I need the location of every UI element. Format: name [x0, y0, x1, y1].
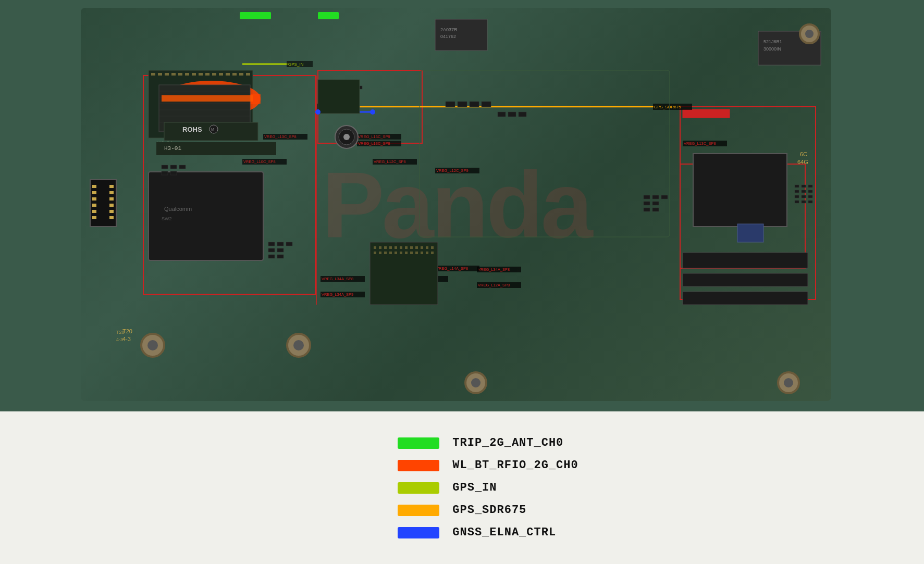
svg-text:2A037R: 2A037R: [440, 27, 458, 32]
svg-rect-49: [185, 73, 189, 76]
pcb-container: Panda: [0, 0, 924, 411]
svg-text:GPS_SDR675: GPS_SDR675: [654, 105, 681, 109]
svg-rect-153: [644, 208, 650, 211]
svg-rect-20: [242, 159, 287, 165]
svg-rect-56: [232, 73, 237, 76]
svg-rect-24: [435, 168, 479, 173]
svg-rect-186: [683, 273, 808, 286]
svg-text:4-3: 4-3: [122, 336, 131, 342]
svg-rect-34: [321, 292, 365, 297]
svg-rect-183: [802, 200, 806, 203]
svg-rect-16: [263, 134, 307, 140]
svg-rect-2: [680, 107, 816, 299]
svg-rect-13: [653, 104, 692, 110]
legend-label-gpssdr: GPS_SDR675: [452, 504, 526, 517]
svg-rect-94: [395, 252, 397, 254]
legend-item-gpssdr: GPS_SDR675: [398, 504, 578, 517]
svg-point-188: [315, 109, 321, 115]
svg-text:VREG_L13C_SP9: VREG_L13C_SP9: [358, 134, 390, 139]
h3-label: H3-01: [156, 141, 174, 148]
svg-rect-99: [421, 252, 423, 254]
svg-rect-47: [171, 73, 176, 76]
legend-swatch-gnss: [398, 527, 439, 538]
svg-rect-11: [317, 104, 356, 110]
svg-point-117: [784, 378, 793, 387]
svg-text:VREG_L12A_SP8: VREG_L12A_SP8: [478, 283, 510, 287]
svg-rect-148: [644, 195, 650, 199]
svg-rect-97: [410, 252, 413, 254]
svg-rect-163: [109, 191, 114, 194]
svg-rect-141: [446, 102, 455, 107]
svg-rect-52: [205, 73, 210, 76]
svg-rect-40: [477, 282, 521, 288]
legend-swatch-wlbt: [398, 460, 439, 471]
svg-text:VREG_L34A_SP9: VREG_L34A_SP9: [322, 292, 353, 297]
svg-rect-22: [373, 159, 417, 165]
svg-rect-3: [680, 164, 805, 268]
svg-rect-127: [162, 171, 168, 175]
svg-rect-98: [415, 252, 418, 254]
svg-rect-185: [683, 253, 808, 268]
svg-rect-5: [240, 12, 271, 19]
svg-text:Qualcomm: Qualcomm: [164, 206, 192, 212]
svg-rect-91: [379, 252, 381, 254]
svg-rect-145: [498, 112, 506, 117]
svg-point-169: [339, 129, 354, 145]
svg-rect-48: [178, 73, 182, 76]
svg-rect-154: [652, 208, 659, 211]
svg-rect-46: [165, 73, 169, 76]
board-sub: 4-3: [116, 337, 123, 342]
svg-rect-139: [341, 92, 347, 95]
svg-rect-26: [357, 141, 401, 146]
svg-rect-131: [286, 242, 292, 246]
svg-rect-8: [287, 61, 313, 67]
svg-rect-51: [199, 73, 203, 76]
svg-point-116: [778, 372, 799, 393]
svg-rect-125: [170, 165, 177, 169]
svg-text:521J6B1: 521J6B1: [763, 39, 782, 44]
legend-swatch-trip2g: [398, 437, 439, 449]
svg-rect-96: [405, 252, 408, 254]
svg-point-112: [287, 334, 310, 357]
svg-text:VREG_L24A_SP8: VREG_L24A_SP8: [405, 277, 437, 281]
svg-text:6C: 6C: [800, 151, 807, 157]
svg-rect-54: [219, 73, 223, 76]
rohs-label: ROHS: [172, 125, 186, 130]
svg-rect-146: [508, 112, 516, 117]
svg-text:041762: 041762: [440, 34, 456, 39]
legend-label-gpsin: GPS_IN: [452, 481, 497, 494]
svg-rect-53: [212, 73, 216, 76]
svg-rect-80: [384, 246, 387, 249]
svg-rect-84: [405, 246, 408, 249]
svg-rect-109: [737, 224, 763, 242]
svg-rect-155: [90, 180, 116, 227]
svg-rect-137: [349, 86, 354, 89]
svg-rect-124: [162, 165, 168, 169]
svg-rect-174: [802, 185, 806, 187]
svg-text:M: M: [211, 128, 214, 131]
svg-rect-55: [226, 73, 230, 76]
pcb-board: Panda: [81, 8, 831, 401]
svg-rect-180: [802, 195, 806, 198]
legend-label-trip2g: TRIP_2G_ANT_CH0: [452, 436, 563, 449]
svg-rect-181: [808, 195, 812, 198]
svg-rect-81: [389, 246, 392, 249]
legend-item-wlbt: WL_BT_RFIO_2G_CH0: [398, 459, 578, 472]
svg-rect-85: [410, 246, 413, 249]
svg-rect-161: [92, 216, 96, 219]
svg-rect-147: [519, 112, 526, 117]
svg-rect-1: [318, 70, 422, 143]
svg-point-111: [147, 340, 158, 350]
svg-rect-135: [277, 255, 284, 258]
svg-rect-152: [652, 202, 659, 205]
svg-text:VREG_L12C_SP9: VREG_L12C_SP9: [436, 168, 469, 173]
svg-text:VREG_L10C_SP8: VREG_L10C_SP8: [243, 159, 276, 164]
svg-rect-171: [420, 70, 670, 237]
svg-rect-151: [644, 202, 650, 205]
legend-inner: TRIP_2G_ANT_CH0 WL_BT_RFIO_2G_CH0 GPS_IN…: [398, 436, 578, 539]
svg-rect-43: [149, 70, 253, 138]
svg-rect-138: [357, 86, 362, 89]
svg-point-59: [162, 81, 261, 117]
svg-rect-83: [400, 246, 402, 249]
svg-rect-187: [683, 292, 808, 305]
